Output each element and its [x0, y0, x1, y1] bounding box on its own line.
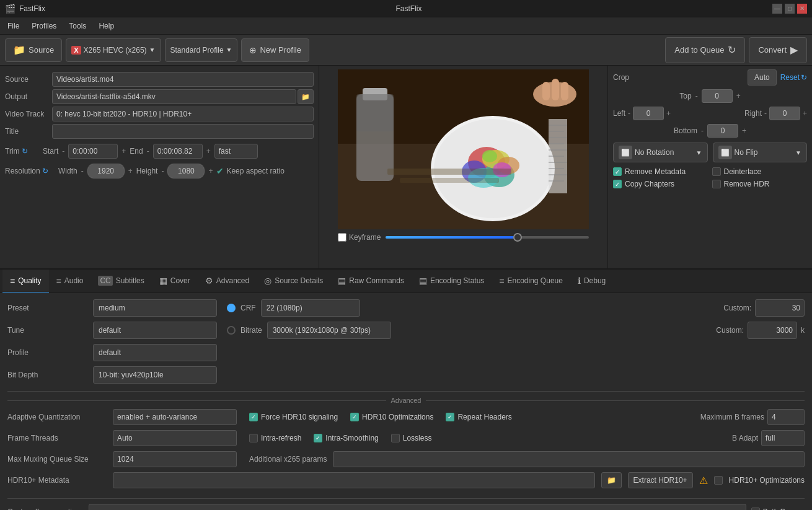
codec-selector[interactable]: X X265 HEVC (x265) ▼: [66, 38, 161, 62]
source-input[interactable]: [52, 72, 314, 87]
copy-chapters-checkbox[interactable]: ✓: [613, 180, 622, 188]
height-plus-icon[interactable]: +: [208, 167, 213, 175]
keyframe-slider[interactable]: [386, 236, 589, 239]
width-input[interactable]: [87, 164, 125, 178]
preview-image: [338, 69, 589, 229]
trim-start-input[interactable]: [68, 144, 118, 159]
minimize-button[interactable]: —: [772, 4, 782, 14]
tune-select[interactable]: default animation grain: [93, 322, 217, 339]
intra-refresh-checkbox[interactable]: [249, 434, 258, 442]
width-plus-icon[interactable]: +: [128, 167, 133, 175]
adaptive-quant-select[interactable]: enabled + auto-variance disabled enabled: [113, 409, 237, 425]
both-passes-checkbox[interactable]: [751, 508, 760, 510]
svg-rect-28: [542, 82, 550, 100]
max-mux-label: Max Muxing Queue Size: [7, 455, 107, 464]
crf-custom-input[interactable]: [755, 299, 805, 317]
frame-threads-select[interactable]: Auto 1 2 4: [113, 430, 237, 446]
crop-left-input[interactable]: [633, 107, 664, 120]
bit-depth-select[interactable]: 10-bit: yuv420p10le 8-bit: yuv420p: [93, 366, 217, 384]
profile-select[interactable]: default main main10: [93, 344, 217, 361]
crop-top-plus[interactable]: +: [736, 92, 741, 100]
add-to-queue-button[interactable]: Add to Queue ↻: [665, 37, 745, 63]
crop-top-input[interactable]: [702, 89, 733, 103]
hdr10-opt-checkbox[interactable]: ✓: [350, 413, 359, 421]
b-adapt-select[interactable]: full fast off: [761, 430, 805, 446]
max-b-select[interactable]: 4 2 6: [767, 409, 805, 425]
additional-params-input[interactable]: [333, 451, 805, 467]
tab-raw-commands[interactable]: ▤ Raw Commands: [330, 270, 412, 293]
trim-speed-select[interactable]: fast slow medium: [214, 144, 258, 159]
tab-debug[interactable]: ℹ Debug: [570, 270, 613, 293]
title-input[interactable]: [52, 124, 314, 139]
bitrate-select[interactable]: 3000k (1920x1080p @ 30fps): [267, 322, 391, 339]
trim-start-plus-icon[interactable]: +: [121, 147, 126, 156]
custom-ffmpeg-input[interactable]: [89, 504, 746, 510]
repeat-headers-checkbox[interactable]: ✓: [446, 413, 454, 421]
max-mux-select[interactable]: 1024 512 2048: [113, 451, 237, 467]
output-browse-button[interactable]: 📁: [298, 89, 314, 104]
bitrate-radio[interactable]: [227, 326, 236, 335]
crf-select[interactable]: 22 (1080p) 18 (1080p) 28 (1080p): [261, 299, 360, 317]
close-button[interactable]: ✕: [797, 4, 807, 14]
output-input[interactable]: [52, 89, 296, 104]
extract-hdr10-button[interactable]: Extract HDR10+: [628, 472, 693, 488]
profile-selector[interactable]: Standard Profile ▼: [165, 38, 238, 62]
intra-smooth-checkbox[interactable]: ✓: [314, 434, 322, 442]
source-label: Source: [29, 45, 54, 55]
aspect-checkbox[interactable]: ✔: [216, 166, 224, 176]
hdr10plus-metadata-input[interactable]: [113, 472, 595, 488]
toolbar: 📁 Source X X265 HEVC (x265) ▼ Standard P…: [0, 35, 812, 66]
crf-radio[interactable]: [227, 304, 236, 312]
svg-rect-32: [400, 178, 499, 183]
menu-help[interactable]: Help: [96, 20, 117, 32]
maximize-button[interactable]: □: [785, 4, 795, 14]
menu-file[interactable]: File: [5, 20, 22, 32]
crop-bottom-plus[interactable]: +: [742, 126, 746, 135]
deinterlace-checkbox[interactable]: [712, 167, 721, 176]
remove-hdr-checkbox[interactable]: [712, 180, 721, 188]
output-label: Output: [5, 92, 48, 101]
crop-reset-button[interactable]: Reset ↻: [780, 73, 807, 82]
trim-end-plus-icon[interactable]: +: [206, 147, 211, 156]
tab-cover[interactable]: ▦ Cover: [152, 270, 198, 293]
crop-left-plus[interactable]: +: [666, 109, 671, 118]
menu-tools[interactable]: Tools: [66, 20, 89, 32]
keyframe-checkbox[interactable]: [338, 233, 346, 242]
tab-encoding-queue[interactable]: ≡ Encoding Queue: [492, 270, 570, 293]
tab-advanced[interactable]: ⚙ Advanced: [198, 270, 257, 293]
rotation-selector[interactable]: ⬜ No Rotation ▼: [613, 143, 708, 162]
crop-bottom-input[interactable]: [707, 124, 738, 138]
subtitles-tab-label: Subtitles: [116, 276, 144, 285]
trim-refresh-icon: ↻: [22, 147, 28, 156]
new-profile-button[interactable]: ⊕ New Profile: [241, 38, 309, 62]
hdr10plus-browse-button[interactable]: 📁: [601, 472, 622, 488]
crop-bottom-label: Bottom: [674, 126, 697, 135]
tab-subtitles[interactable]: CC Subtitles: [90, 270, 151, 293]
tab-quality[interactable]: ≡ Quality: [2, 270, 49, 293]
flip-chevron-icon: ▼: [795, 149, 801, 156]
bitrate-custom-input[interactable]: [748, 322, 797, 339]
menu-profiles[interactable]: Profiles: [29, 20, 59, 32]
tab-encoding-status[interactable]: ▤ Encoding Status: [412, 270, 492, 293]
video-track-label: Video Track: [5, 110, 48, 118]
preset-select[interactable]: medium fast slow: [93, 299, 217, 317]
trim-end-input[interactable]: [153, 144, 203, 159]
flip-selector[interactable]: ⬜ No Flip ▼: [713, 143, 808, 162]
source-details-tab-icon: ◎: [264, 276, 271, 286]
source-button[interactable]: 📁 Source: [5, 38, 62, 62]
remove-metadata-checkbox[interactable]: ✓: [613, 167, 622, 176]
height-input[interactable]: [167, 164, 205, 178]
tab-source-details[interactable]: ◎ Source Details: [257, 270, 330, 293]
crop-right-plus[interactable]: +: [803, 109, 807, 118]
lossless-checkbox[interactable]: [391, 434, 400, 442]
app-title: FastFlix: [19, 4, 45, 13]
crop-auto-button[interactable]: Auto: [748, 69, 777, 86]
video-track-select[interactable]: 0: hevc 10-bit bt2020 - HDR10 | HDR10+: [52, 107, 314, 121]
audio-tab-label: Audio: [64, 276, 84, 285]
convert-button[interactable]: Convert ▶: [749, 37, 807, 63]
hdr10plus-opt-checkbox[interactable]: [714, 476, 723, 485]
crop-right-input[interactable]: [769, 107, 800, 120]
force-hdr10-checkbox[interactable]: ✓: [249, 413, 258, 421]
svg-point-12: [482, 150, 497, 162]
tab-audio[interactable]: ≡ Audio: [49, 270, 91, 293]
